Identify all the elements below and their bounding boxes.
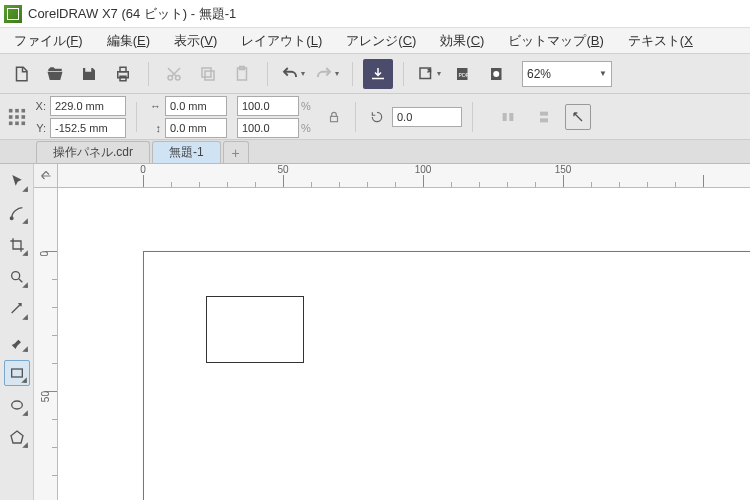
vertical-ruler[interactable]: 0 50 <box>34 188 58 500</box>
mirror-horizontal-button <box>493 102 523 132</box>
svg-rect-21 <box>15 121 19 125</box>
svg-rect-14 <box>9 108 13 112</box>
separator <box>403 62 404 86</box>
svg-rect-19 <box>22 115 26 119</box>
toolbox <box>0 164 34 500</box>
redo-button: ▾ <box>312 59 342 89</box>
copy-button <box>193 59 223 89</box>
svg-point-3 <box>168 75 173 80</box>
import-button[interactable] <box>363 59 393 89</box>
rotation-group: 0.0 <box>366 106 462 128</box>
menu-bitmaps[interactable]: ビットマップ(B) <box>496 29 615 53</box>
shape-tool[interactable] <box>4 200 30 226</box>
svg-rect-26 <box>540 111 548 115</box>
standard-toolbar: ▾ ▾ ▾ PDF 62% ▼ <box>0 54 750 94</box>
new-button[interactable] <box>6 59 36 89</box>
menu-text[interactable]: テキスト(X <box>616 29 705 53</box>
lock-ratio-button[interactable] <box>323 106 345 128</box>
menu-arrange[interactable]: アレンジ(C) <box>334 29 428 53</box>
artistic-media-tool[interactable] <box>4 328 30 354</box>
size-group: ↔0.0 mm ↕0.0 mm <box>147 96 227 138</box>
rectangle-tool[interactable] <box>4 360 30 386</box>
zoom-tool[interactable] <box>4 264 30 290</box>
mirror-vertical-button <box>529 102 559 132</box>
separator <box>352 62 353 86</box>
svg-rect-5 <box>205 71 214 80</box>
separator <box>148 62 149 86</box>
zoom-value: 62% <box>527 67 551 81</box>
export-button[interactable]: ▾ <box>414 59 444 89</box>
menu-effects[interactable]: 効果(C) <box>428 29 496 53</box>
svg-rect-20 <box>9 121 13 125</box>
scale-y-input[interactable]: 100.0 <box>237 118 299 138</box>
menu-bar: ファイル(F) 編集(E) 表示(V) レイアウト(L) アレンジ(C) 効果(… <box>0 28 750 54</box>
width-input[interactable]: 0.0 mm <box>165 96 227 116</box>
separator <box>355 102 356 132</box>
svg-rect-16 <box>22 108 26 112</box>
y-position-input[interactable]: -152.5 mm <box>50 118 126 138</box>
document-tab[interactable]: 操作パネル.cdr <box>36 141 150 163</box>
app-icon <box>4 5 22 23</box>
save-button[interactable] <box>74 59 104 89</box>
freehand-tool[interactable] <box>4 296 30 322</box>
svg-point-4 <box>176 75 181 80</box>
paste-button <box>227 59 257 89</box>
menu-file[interactable]: ファイル(F) <box>2 29 95 53</box>
svg-rect-6 <box>202 68 211 77</box>
position-grid-icon <box>6 106 28 128</box>
svg-rect-27 <box>540 118 548 122</box>
document-tab-active[interactable]: 無題-1 <box>152 141 221 163</box>
svg-point-31 <box>11 401 22 409</box>
svg-rect-17 <box>9 115 13 119</box>
svg-rect-1 <box>120 67 126 72</box>
page-boundary <box>143 251 750 500</box>
pick-tool[interactable] <box>4 168 30 194</box>
svg-rect-25 <box>509 113 513 121</box>
ruler-origin[interactable] <box>34 164 58 188</box>
svg-rect-22 <box>22 121 26 125</box>
separator <box>267 62 268 86</box>
menu-layout[interactable]: レイアウト(L) <box>229 29 334 53</box>
zoom-level-combo[interactable]: 62% ▼ <box>522 61 612 87</box>
new-document-tab[interactable]: + <box>223 141 249 163</box>
title-bar: CorelDRAW X7 (64 ビット) - 無題-1 <box>0 0 750 28</box>
canvas-area: 0 50 100 150 0 50 <box>34 164 750 500</box>
rectangle-shape[interactable] <box>206 296 304 363</box>
cut-button <box>159 59 189 89</box>
height-input[interactable]: 0.0 mm <box>165 118 227 138</box>
svg-rect-8 <box>240 66 245 69</box>
svg-rect-18 <box>15 115 19 119</box>
svg-text:PDF: PDF <box>459 72 470 78</box>
polygon-tool[interactable] <box>4 424 30 450</box>
chevron-down-icon: ▼ <box>599 69 607 78</box>
width-icon: ↔ <box>147 100 161 112</box>
ellipse-tool[interactable] <box>4 392 30 418</box>
separator <box>472 102 473 132</box>
crop-tool[interactable] <box>4 232 30 258</box>
separator <box>136 102 137 132</box>
drawing-canvas[interactable] <box>58 188 750 500</box>
open-button[interactable] <box>40 59 70 89</box>
svg-rect-24 <box>503 113 507 121</box>
document-tabs: 操作パネル.cdr 無題-1 + <box>0 140 750 164</box>
svg-rect-15 <box>15 108 19 112</box>
menu-edit[interactable]: 編集(E) <box>95 29 162 53</box>
position-group: X:229.0 mm Y:-152.5 mm <box>6 96 126 138</box>
wrap-options-button[interactable] <box>565 104 591 130</box>
x-position-input[interactable]: 229.0 mm <box>50 96 126 116</box>
scale-group: 100.0% 100.0% <box>237 96 313 138</box>
publish-pdf-button[interactable]: PDF <box>448 59 478 89</box>
svg-rect-30 <box>11 369 22 377</box>
undo-button[interactable]: ▾ <box>278 59 308 89</box>
scale-x-input[interactable]: 100.0 <box>237 96 299 116</box>
svg-rect-23 <box>331 116 338 121</box>
publish-web-button[interactable] <box>482 59 512 89</box>
print-button[interactable] <box>108 59 138 89</box>
svg-rect-7 <box>238 68 247 80</box>
menu-view[interactable]: 表示(V) <box>162 29 229 53</box>
property-bar: X:229.0 mm Y:-152.5 mm ↔0.0 mm ↕0.0 mm 1… <box>0 94 750 140</box>
horizontal-ruler[interactable]: 0 50 100 150 <box>58 164 750 188</box>
rotation-input[interactable]: 0.0 <box>392 107 462 127</box>
svg-point-28 <box>10 217 13 220</box>
svg-point-29 <box>11 272 19 280</box>
